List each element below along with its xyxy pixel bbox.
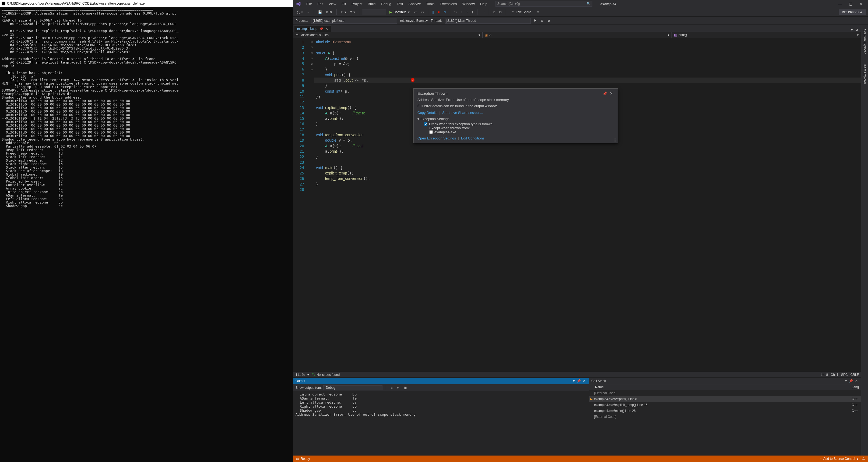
editor-tab-active[interactable]: example4.cpp 📌 ✕ — [294, 26, 331, 32]
scope-dropdown[interactable]: 🗀Miscellaneous Files▾ — [293, 32, 483, 38]
resize-grip-icon[interactable]: ⣿ — [614, 138, 617, 142]
menu-project[interactable]: Project — [349, 2, 365, 6]
minimize-button[interactable]: — — [838, 2, 842, 6]
console-titlebar[interactable]: C:\MSDN\cpp-docs-pr\docs\c-language\ASAN… — [0, 0, 293, 7]
break-when-checkbox[interactable] — [424, 122, 427, 126]
nav-fwd-button[interactable]: → — [305, 9, 311, 15]
call-stack-row[interactable]: [External Code] — [589, 390, 861, 396]
tb-extra-2[interactable]: ⧉ — [492, 9, 497, 15]
menu-file[interactable]: File — [304, 2, 315, 6]
lifecycle-events-button[interactable]: ▦ Lifecycle Events ▾ — [399, 18, 429, 24]
start-live-share-link[interactable]: Start Live Share session... — [442, 111, 483, 115]
tb-extra-1[interactable]: ⋯ — [480, 9, 486, 15]
call-stack-body[interactable]: [External Code]▶example4.exe!A::print() … — [589, 390, 861, 456]
output-wrap-button[interactable]: ↵ — [395, 385, 401, 390]
cs-col-lang[interactable]: Lang — [851, 385, 859, 389]
stop-button[interactable]: ■ — [436, 9, 441, 15]
menu-extensions[interactable]: Extensions — [437, 2, 460, 6]
member-dropdown[interactable]: ◧print()▾ — [672, 32, 861, 38]
indent-mode[interactable]: SPC — [841, 373, 848, 377]
line-ending[interactable]: CRLF — [850, 373, 859, 377]
zoom-level[interactable]: 111 % — [296, 373, 305, 377]
step-over-button[interactable]: ↷ — [453, 9, 458, 15]
code-editor[interactable]: 1234567891011121314151617181920212223242… — [293, 38, 861, 372]
cs-dropdown-icon[interactable]: ▾ — [844, 379, 848, 383]
tab-overflow-button[interactable]: ▾ — [850, 28, 854, 32]
output-source-dropdown[interactable]: Debug — [323, 385, 382, 390]
edit-conditions-link[interactable]: Edit Conditions — [461, 136, 485, 140]
tb-icon-2[interactable]: ▭ — [420, 9, 425, 15]
call-stack-row[interactable]: [External Code] — [589, 414, 861, 420]
except-item-checkbox[interactable] — [429, 130, 433, 134]
menu-tools[interactable]: Tools — [424, 2, 437, 6]
open-exception-settings-link[interactable]: Open Exception Settings — [417, 136, 456, 140]
search-placeholder: Search (Ctrl+Q) — [497, 2, 520, 6]
menu-test[interactable]: Test — [394, 2, 406, 6]
step-cursor-button[interactable]: ⤵ — [470, 9, 474, 15]
cs-pin-icon[interactable]: 📌 — [848, 379, 854, 383]
error-indicator[interactable]: No issues found — [312, 373, 340, 377]
maximize-button[interactable]: ▢ — [849, 2, 852, 6]
platform-dropdown[interactable] — [362, 9, 386, 15]
save-all-button[interactable]: 🗎🗎 — [324, 9, 334, 15]
step-out-button[interactable]: ↑ — [465, 9, 469, 15]
output-body[interactable]: Intra object redzone: bb ASan internal: … — [293, 391, 589, 456]
menu-view[interactable]: View — [326, 2, 339, 6]
popup-close-icon[interactable]: ✕ — [609, 91, 614, 96]
feedback-button[interactable]: ☺ — [535, 9, 541, 15]
add-to-source-control-button[interactable]: ↑ Add to Source Control ▴ — [820, 457, 858, 461]
menu-debug[interactable]: Debug — [378, 2, 394, 6]
output-panel-title[interactable]: Output ▾ 📌 ✕ — [293, 378, 589, 384]
step-into-button[interactable]: ↓ — [459, 9, 464, 15]
menu-edit[interactable]: Edit — [315, 2, 326, 6]
undo-button[interactable]: ↶ ▾ — [339, 9, 347, 15]
call-stack-title[interactable]: Call Stack ▾ 📌 ✕ — [589, 378, 861, 384]
restart-button[interactable]: ↻ — [442, 9, 447, 15]
tb-extra-3[interactable]: ⧉ — [498, 9, 503, 15]
menu-build[interactable]: Build — [365, 2, 378, 6]
live-share-button[interactable]: ⇪ Live Share — [509, 10, 534, 14]
cs-close-icon[interactable]: ✕ — [854, 379, 859, 383]
console-text: ========================================… — [2, 8, 291, 208]
panel-pin-icon[interactable]: 📌 — [576, 379, 582, 383]
panel-dropdown-icon[interactable]: ▾ — [572, 379, 576, 383]
copy-details-link[interactable]: Copy Details — [417, 111, 437, 115]
call-stack-row[interactable]: example4.exe!explicit_temp() Line 16C++ — [589, 402, 861, 408]
chevron-down-icon: ▾ — [417, 117, 419, 121]
notifications-button[interactable]: 🕭 — [862, 457, 865, 461]
editor-settings-button[interactable]: ⚙ — [854, 28, 860, 32]
menu-analyze[interactable]: Analyze — [406, 2, 423, 6]
tb2-threads[interactable]: ⧉ — [540, 18, 545, 24]
menu-git[interactable]: Git — [339, 2, 349, 6]
output-toggle-button[interactable]: ▦ — [402, 385, 408, 390]
thread-dropdown[interactable]: [21824] Main Thread — [445, 18, 531, 24]
solution-explorer-tab[interactable]: Solution Explorer — [862, 27, 867, 56]
output-clear-button[interactable]: ≡ — [389, 385, 394, 390]
pin-icon[interactable]: 📌 — [319, 27, 323, 31]
tb2-flag[interactable]: ⚑ — [532, 18, 538, 24]
call-stack-row[interactable]: example4.exe!main() Line 26C++ — [589, 408, 861, 414]
panel-close-icon[interactable]: ✕ — [582, 379, 587, 383]
redo-button[interactable]: ↷ ▾ — [348, 9, 356, 15]
pause-button[interactable]: ‖ — [431, 9, 435, 15]
cs-col-name[interactable]: Name — [595, 385, 851, 389]
save-button[interactable]: 💾 — [317, 9, 323, 15]
tb-icon-1[interactable]: ▭ — [413, 9, 418, 15]
close-tab-icon[interactable]: ✕ — [326, 27, 328, 31]
menu-help[interactable]: Help — [477, 2, 490, 6]
class-dropdown[interactable]: ▣A▾ — [483, 32, 672, 38]
close-button[interactable]: ✕ — [859, 2, 863, 6]
process-dropdown[interactable]: [18652] example4.exe — [311, 18, 397, 24]
call-stack-row[interactable]: ▶example4.exe!A::print() Line 8C++ — [589, 396, 861, 402]
popup-pin-icon[interactable]: 📌 — [601, 92, 609, 96]
fold-column[interactable]: ⊟⊟⊟⊟⊟⊟ — [310, 38, 314, 372]
continue-button[interactable]: ▶ Continue ▾ — [387, 10, 412, 14]
team-explorer-tab[interactable]: Team Explorer — [862, 61, 867, 86]
exception-settings-toggle[interactable]: ▾ Exception Settings — [417, 117, 614, 121]
code-surface[interactable]: #include <iostream> struct A { A(const i… — [314, 38, 861, 372]
tb2-stack[interactable]: ⧉ — [546, 18, 552, 24]
global-search-input[interactable]: Search (Ctrl+Q) 🔍 — [496, 1, 592, 7]
menu-window[interactable]: Window — [460, 2, 477, 6]
nav-back-button[interactable]: ◯ ▾ — [296, 9, 304, 15]
error-glyph-icon[interactable]: ✕ — [411, 78, 414, 82]
